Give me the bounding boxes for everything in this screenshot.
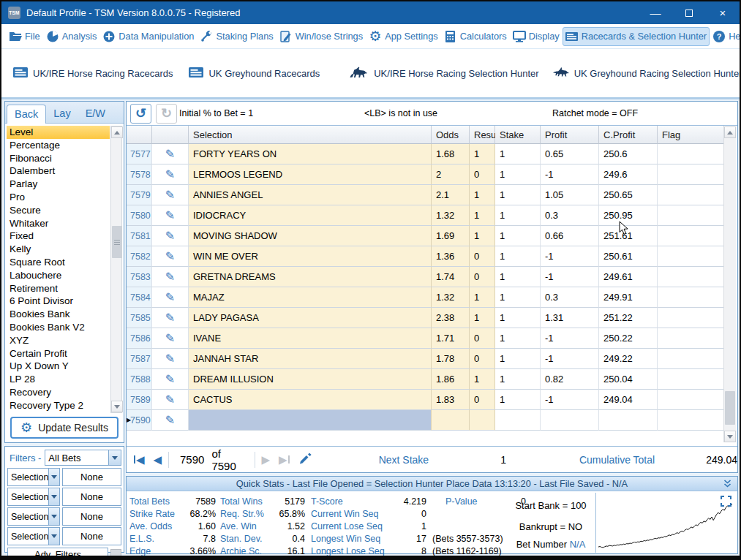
table-row[interactable]: 7585✎LADY PAGASA2.38111.31251.22 (127, 308, 737, 328)
menu-winlose-strings[interactable]: Win/lose Strings (277, 27, 366, 46)
edit-row-button[interactable]: ✎ (152, 287, 189, 308)
plan-item[interactable]: Labouchere (7, 269, 110, 282)
edit-row-button[interactable]: ✎ (152, 328, 189, 349)
table-row[interactable]: 7581✎MOVING SHADOW1.69110.66251.61 (127, 226, 737, 246)
table-row[interactable]: 7588✎DREAM ILLUSION1.86110.82250.04 (127, 369, 737, 390)
header-odds[interactable]: Odds (432, 126, 470, 144)
chevron-down-icon[interactable] (48, 508, 59, 525)
selection-dropdown[interactable]: Selection (7, 468, 60, 486)
table-row[interactable]: 7584✎MAJAZ1.32110.3249.91 (127, 287, 737, 308)
header-result[interactable]: Result (470, 126, 495, 144)
table-row[interactable]: 7590▶✎ (127, 410, 737, 431)
plan-item[interactable]: Recovery (7, 386, 110, 399)
plan-item[interactable]: Fixed (7, 230, 110, 243)
edit-row-button[interactable]: ✎ (152, 164, 189, 185)
table-row[interactable]: 7583✎GRETNA DREAMS1.7401-1249.61 (127, 267, 737, 287)
menu-help[interactable]: ? Help (710, 27, 741, 46)
edit-row-button[interactable]: ✎ (152, 369, 189, 390)
plan-item[interactable]: Up X Down Y (7, 360, 110, 373)
edit-row-button[interactable]: ✎ (152, 267, 189, 287)
redo-refresh-icon[interactable]: ↻ (156, 104, 177, 124)
scroll-down-icon[interactable] (724, 431, 736, 442)
tool-horse-racecards[interactable]: UK/IRE Horse Racing Racecards (13, 67, 173, 80)
menu-file[interactable]: File (6, 27, 43, 46)
scrollbar-thumb[interactable] (112, 226, 122, 258)
table-row[interactable]: 7577✎FORTY YEARS ON1.68110.65250.6 (127, 144, 737, 164)
plan-item[interactable]: Secure (7, 204, 110, 217)
edit-row-button[interactable]: ✎ (152, 349, 189, 369)
scrollbar-thumb[interactable] (725, 391, 735, 425)
bank-sparkline-chart[interactable] (595, 493, 736, 553)
filter-none-button[interactable]: None (62, 488, 121, 506)
filter-none-button[interactable]: None (62, 468, 121, 486)
plan-item[interactable]: Bookies Bank (7, 308, 110, 321)
edit-row-button[interactable]: ✎ (152, 144, 189, 164)
edit-row-button[interactable]: ✎ (152, 185, 189, 205)
header-profit[interactable]: Profit (541, 126, 599, 144)
scroll-down-icon[interactable] (111, 401, 123, 412)
table-row[interactable]: 7589✎CACTUS1.8301-1249.04 (127, 390, 737, 410)
menu-racecards-selection-hunter[interactable]: Racecards & Selection Hunter (563, 27, 710, 46)
tab-ew[interactable]: E/W (78, 105, 113, 123)
collapse-chevron-icon[interactable] (723, 480, 731, 491)
plan-item[interactable]: Level (7, 126, 110, 139)
prev-record-button[interactable]: ◀ (149, 453, 167, 466)
header-selection[interactable]: Selection (189, 126, 432, 144)
chevron-down-icon[interactable] (48, 488, 59, 505)
last-record-button[interactable]: ▶ (274, 453, 294, 466)
tab-back[interactable]: Back (7, 105, 46, 124)
first-record-button[interactable]: ◀ (129, 453, 149, 466)
menu-display[interactable]: Display (510, 27, 563, 46)
tab-lay[interactable]: Lay (46, 105, 78, 123)
table-row[interactable]: 7586✎IVANE1.7101-1250.22 (127, 328, 737, 349)
edit-row-button[interactable]: ✎ (152, 410, 189, 431)
plan-item[interactable]: Square Root (7, 256, 110, 269)
chevron-down-icon[interactable] (48, 469, 59, 485)
selection-dropdown[interactable]: Selection (7, 488, 60, 506)
menu-calculators[interactable]: Calculators (441, 27, 510, 46)
close-button[interactable]: × (706, 1, 740, 24)
table-row[interactable]: 7579✎ANNIES ANGEL2.1111.05250.65 (127, 185, 737, 205)
plan-item[interactable]: Retirement (7, 282, 110, 295)
plan-item[interactable]: LP 28 (7, 373, 110, 386)
brush-icon[interactable] (298, 452, 313, 468)
plan-item[interactable]: 6 Point Divisor (7, 295, 110, 308)
table-row[interactable]: 7587✎JANNAH STAR1.7801-1249.22 (127, 349, 737, 369)
plan-item[interactable]: Whitaker (7, 217, 110, 230)
filters-dropdown[interactable]: All Bets (45, 450, 121, 466)
minimize-button[interactable]: — (639, 1, 672, 24)
maximize-button[interactable] (672, 1, 706, 24)
selection-dropdown[interactable]: Selection (7, 507, 60, 526)
filter-none-button[interactable]: None (62, 527, 121, 545)
plan-item[interactable]: Bookies Bank V2 (7, 321, 110, 334)
menu-analysis[interactable]: Analysis (43, 27, 100, 46)
plan-item[interactable]: Dalembert (7, 164, 110, 178)
header-stake[interactable]: Stake (495, 126, 541, 144)
scroll-up-icon[interactable] (724, 126, 736, 138)
header-cprofit[interactable]: C.Profit (599, 126, 658, 144)
next-record-button[interactable]: ▶ (257, 453, 275, 466)
filter-none-button[interactable]: None (62, 507, 121, 526)
chevron-down-icon[interactable] (48, 528, 59, 545)
plan-item[interactable]: Pro (7, 191, 110, 204)
menu-staking-plans[interactable]: Staking Plans (197, 27, 276, 46)
edit-row-button[interactable]: ✎ (152, 390, 189, 410)
header-flag[interactable]: Flag (658, 126, 724, 144)
table-row[interactable]: 7582✎WIN ME OVER1.3601-1250.61 (127, 246, 737, 267)
edit-row-button[interactable]: ✎ (152, 308, 189, 328)
refresh-icon[interactable]: ↺ (130, 104, 151, 124)
plan-item[interactable]: Fibonacci (7, 152, 110, 165)
scroll-up-icon[interactable] (111, 126, 123, 138)
plan-item[interactable]: Kelly (7, 243, 110, 256)
update-results-button[interactable]: ⚙ Update Results (10, 417, 119, 439)
edit-row-button[interactable]: ✎ (152, 205, 189, 226)
plan-item[interactable]: XYZ (7, 334, 110, 347)
plan-list-scrollbar[interactable] (110, 126, 122, 413)
plan-item[interactable]: Percentage (7, 139, 110, 152)
tool-greyhound-selection-hunter[interactable]: UK Greyhound Racing Selection Hunter (552, 67, 741, 80)
edit-row-button[interactable]: ✎ (152, 226, 189, 246)
table-scrollbar[interactable] (723, 126, 736, 442)
tool-greyhound-racecards[interactable]: UK Greyhound Racecards (189, 67, 320, 80)
menu-data-manipulation[interactable]: Data Manipulation (99, 27, 197, 46)
expand-chart-icon[interactable] (721, 496, 731, 509)
